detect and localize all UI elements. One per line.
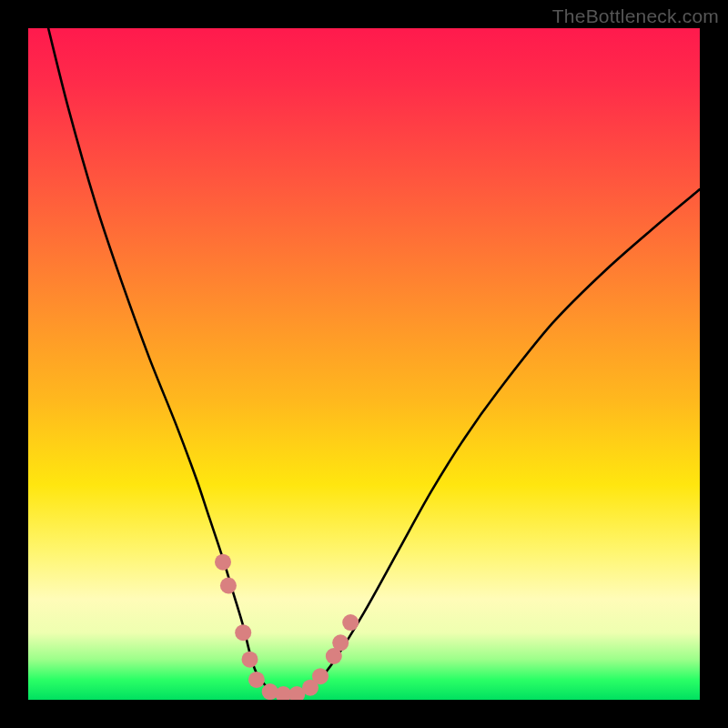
curve-marker [342, 614, 359, 631]
plot-area [28, 28, 700, 700]
marker-group [215, 554, 359, 700]
chart-frame: TheBottleneck.com [0, 0, 728, 728]
curve-marker [242, 652, 258, 668]
watermark-text: TheBottleneck.com [552, 5, 719, 27]
curve-marker [332, 634, 349, 651]
curve-marker [312, 668, 329, 684]
curve-marker [220, 578, 237, 594]
curve-path [48, 28, 700, 695]
chart-svg [28, 28, 700, 700]
curve-marker [248, 672, 265, 688]
curve-marker [235, 624, 251, 641]
curve-marker [215, 554, 231, 571]
